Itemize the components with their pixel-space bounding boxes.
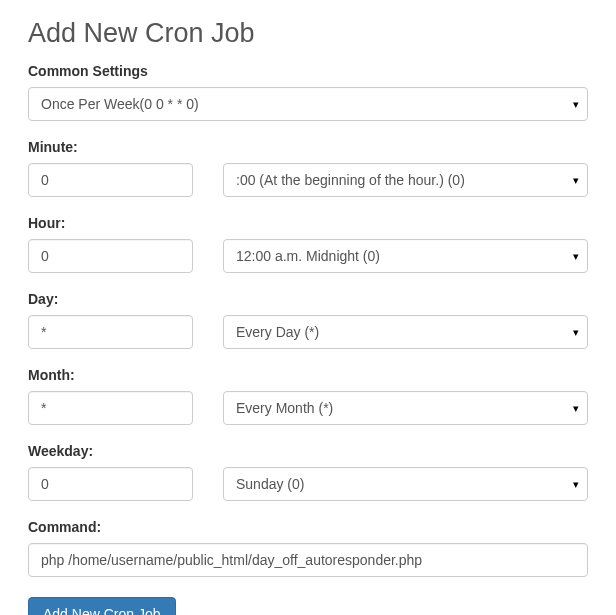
add-cron-job-button[interactable]: Add New Cron Job [28,597,176,615]
common-settings-label: Common Settings [28,63,588,79]
month-select[interactable]: Every Month (*) [223,391,588,425]
hour-label: Hour: [28,215,588,231]
hour-select[interactable]: 12:00 a.m. Midnight (0) [223,239,588,273]
common-settings-select[interactable]: Once Per Week(0 0 * * 0) [28,87,588,121]
day-input[interactable] [28,315,193,349]
page-title: Add New Cron Job [28,18,588,49]
weekday-label: Weekday: [28,443,588,459]
weekday-select[interactable]: Sunday (0) [223,467,588,501]
hour-input[interactable] [28,239,193,273]
month-label: Month: [28,367,588,383]
command-input[interactable] [28,543,588,577]
command-label: Command: [28,519,588,535]
day-select[interactable]: Every Day (*) [223,315,588,349]
weekday-input[interactable] [28,467,193,501]
minute-select[interactable]: :00 (At the beginning of the hour.) (0) [223,163,588,197]
month-input[interactable] [28,391,193,425]
minute-label: Minute: [28,139,588,155]
day-label: Day: [28,291,588,307]
minute-input[interactable] [28,163,193,197]
